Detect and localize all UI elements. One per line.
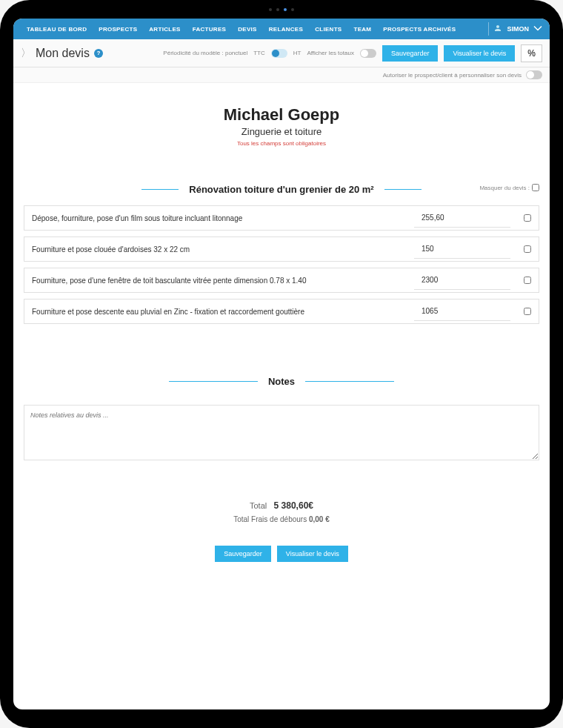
- bottom-actions: Sauvegarder Visualiser le devis: [24, 546, 539, 562]
- nav-item-prospects[interactable]: PROSPECTS: [93, 19, 143, 39]
- line-checkbox[interactable]: [524, 277, 531, 284]
- nav-item-clients[interactable]: CLIENTS: [309, 19, 347, 39]
- line-checkbox[interactable]: [524, 214, 531, 222]
- ttc-label: TTC: [253, 50, 265, 56]
- customer-subtitle: Zinguerie et toiture: [24, 126, 539, 137]
- total-label: Total: [250, 501, 267, 510]
- nav-items: TABLEAU DE BORD PROSPECTS ARTICLES FACTU…: [21, 19, 462, 39]
- content: Michael Goepp Zinguerie et toiture Tous …: [13, 83, 550, 709]
- customer-name: Michael Goepp: [24, 105, 539, 125]
- decor-line-right: [384, 189, 422, 190]
- line-desc-input[interactable]: [24, 245, 414, 254]
- section-header: Rénovation toiture d'un grenier de 20 m²…: [24, 184, 539, 195]
- total-value: 5 380,60€: [274, 500, 313, 511]
- periodicity-label: Périodicité du modèle : ponctuel: [163, 50, 247, 56]
- tablet-frame: TABLEAU DE BORD PROSPECTS ARTICLES FACTU…: [0, 0, 563, 728]
- sub-toolbar: Autoriser le prospect/client à personnal…: [13, 67, 550, 83]
- screen: TABLEAU DE BORD PROSPECTS ARTICLES FACTU…: [13, 19, 550, 709]
- nav-item-relances[interactable]: RELANCES: [263, 19, 309, 39]
- decor-line-left: [141, 189, 179, 190]
- nav-item-factures[interactable]: FACTURES: [187, 19, 233, 39]
- ht-label: HT: [293, 50, 302, 56]
- line-item: [24, 236, 539, 262]
- personalize-label: Autoriser le prospect/client à personnal…: [383, 72, 522, 79]
- user-name: SIMON: [507, 25, 529, 33]
- save-button-bottom[interactable]: Sauvegarder: [215, 546, 271, 562]
- totals: Total 5 380,60€ Total Frais de débours 0…: [24, 500, 539, 523]
- line-item: [24, 268, 539, 293]
- help-icon[interactable]: ?: [94, 49, 103, 58]
- line-price-input[interactable]: [414, 208, 510, 228]
- notes-section: Notes: [24, 376, 539, 463]
- line-desc-input[interactable]: [24, 308, 414, 316]
- line-item: [24, 205, 539, 231]
- line-desc-input[interactable]: [24, 277, 414, 285]
- visualize-button-bottom[interactable]: Visualiser le devis: [277, 546, 348, 562]
- personalize-toggle[interactable]: [526, 70, 542, 79]
- percent-button[interactable]: %: [521, 44, 542, 62]
- nav-item-devis[interactable]: DEVIS: [232, 19, 263, 39]
- line-checkbox[interactable]: [524, 245, 531, 253]
- decor-line-left: [169, 381, 258, 382]
- line-price-input[interactable]: [414, 239, 510, 259]
- user-menu[interactable]: SIMON: [488, 22, 542, 36]
- header-block: Michael Goepp Zinguerie et toiture Tous …: [24, 105, 539, 147]
- line-price-input[interactable]: [414, 302, 510, 321]
- save-button[interactable]: Sauvegarder: [382, 45, 439, 62]
- nav-item-team[interactable]: TEAM: [347, 19, 377, 39]
- show-totals-toggle[interactable]: [360, 49, 376, 58]
- back-chevron-icon[interactable]: 〉: [21, 47, 31, 60]
- mandatory-note: Tous les champs sont obligatoires: [24, 140, 539, 147]
- hide-from-quote-checkbox[interactable]: [532, 184, 539, 191]
- decor-line-right: [305, 381, 394, 382]
- camera-notch: [252, 6, 311, 13]
- top-nav: TABLEAU DE BORD PROSPECTS ARTICLES FACTU…: [13, 19, 550, 39]
- line-items: [24, 205, 539, 324]
- line-desc-input[interactable]: [24, 214, 414, 222]
- hide-from-quote-label: Masquer du devis :: [479, 185, 530, 191]
- ttc-ht-toggle[interactable]: [271, 49, 287, 58]
- nav-item-articles[interactable]: ARTICLES: [143, 19, 186, 39]
- visualize-button[interactable]: Visualiser le devis: [444, 45, 515, 62]
- line-item: [24, 299, 539, 324]
- nav-item-archived[interactable]: PROSPECTS ARCHIVÉS: [377, 19, 462, 39]
- chevron-down-icon: [533, 25, 542, 33]
- section-title: Rénovation toiture d'un grenier de 20 m²: [189, 184, 373, 195]
- notes-textarea[interactable]: [24, 405, 539, 460]
- page-title: Mon devis: [36, 47, 90, 60]
- notes-title: Notes: [268, 376, 295, 387]
- line-price-input[interactable]: [414, 271, 510, 290]
- user-icon: [493, 24, 502, 34]
- nav-item-dashboard[interactable]: TABLEAU DE BORD: [21, 19, 93, 39]
- fees-label: Total Frais de débours: [233, 515, 307, 523]
- nav-separator: [488, 22, 489, 36]
- toolbar: 〉 Mon devis ? Périodicité du modèle : po…: [13, 39, 550, 67]
- line-checkbox[interactable]: [524, 308, 531, 315]
- show-totals-label: Afficher les totaux: [307, 50, 353, 56]
- fees-value: 0,00 €: [309, 515, 330, 523]
